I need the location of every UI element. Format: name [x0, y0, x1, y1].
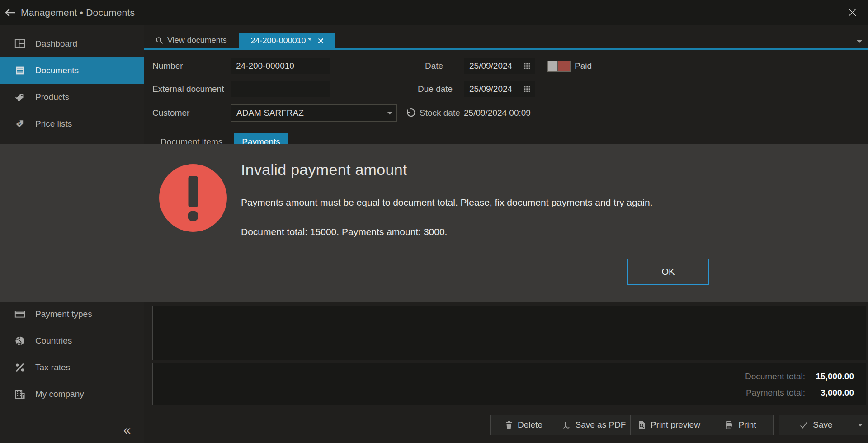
page-title: Management • Documents — [21, 7, 135, 18]
paid-label: Paid — [575, 58, 592, 74]
tab-view-documents[interactable]: View documents — [156, 32, 227, 48]
calendar-icon[interactable] — [519, 58, 535, 74]
due-date-input[interactable] — [464, 84, 519, 94]
tab-close-icon[interactable] — [318, 38, 324, 44]
calendar-icon[interactable] — [519, 81, 535, 97]
external-document-input[interactable] — [231, 84, 330, 94]
dashboard-icon — [14, 38, 26, 49]
sidebar-item-dashboard[interactable]: Dashboard — [0, 30, 144, 57]
tab-document-24-200-000010[interactable]: 24-200-000010 * — [239, 33, 335, 48]
sidebar-item-countries[interactable]: Countries — [0, 327, 144, 354]
save-as-pdf-button[interactable]: Save as PDF — [557, 415, 631, 435]
stock-date-label: Stock date — [420, 105, 460, 121]
payments-total-label: Payments total: — [746, 388, 805, 398]
search-icon — [156, 37, 163, 44]
sidebar-bottom-group: Payment types Countries Tax rates My com… — [0, 301, 144, 407]
back-arrow-icon — [5, 8, 16, 18]
number-field — [231, 58, 330, 74]
save-button[interactable]: Save — [779, 415, 853, 435]
refresh-stock-date-icon[interactable] — [404, 108, 415, 118]
payment-types-icon — [14, 309, 26, 320]
print-button[interactable]: Print — [708, 415, 774, 435]
date-input[interactable] — [464, 61, 519, 71]
price-lists-icon: $ — [14, 118, 26, 129]
payments-total-value: 3,000.00 — [812, 388, 854, 398]
ok-button[interactable]: OK — [627, 259, 709, 285]
warning-icon — [159, 164, 227, 232]
tab-strip-accent-line — [144, 48, 868, 50]
chevron-down-icon — [858, 424, 863, 427]
document-total-value: 15,000.00 — [812, 372, 854, 382]
my-company-icon — [14, 389, 26, 400]
back-button[interactable] — [0, 0, 21, 25]
document-total-label: Document total: — [745, 372, 805, 382]
sidebar-item-label: Payment types — [35, 309, 92, 319]
button-label: Save — [813, 420, 832, 430]
window-close-button[interactable] — [842, 0, 863, 25]
customer-combo[interactable]: ADAM SARFRAZ — [231, 104, 397, 122]
dialog-title: Invalid payment amount — [241, 161, 407, 179]
products-icon — [14, 92, 26, 103]
external-document-label: External document — [152, 81, 224, 97]
sidebar-collapse-button[interactable]: « — [115, 420, 139, 439]
print-preview-icon — [638, 421, 646, 429]
button-label: Print — [738, 420, 756, 430]
document-total-row: Document total: 15,000.00 — [153, 368, 854, 385]
date-field — [464, 58, 535, 74]
printer-icon — [725, 421, 733, 429]
checkmark-icon — [799, 421, 808, 429]
sidebar-item-label: Documents — [35, 66, 79, 75]
error-dialog-content: Invalid payment amount Payments amount m… — [159, 144, 709, 302]
title-bar: Management • Documents — [0, 0, 868, 25]
sidebar-item-label: Dashboard — [35, 39, 77, 49]
tax-rates-icon — [14, 362, 26, 373]
print-preview-button[interactable]: Print preview — [630, 415, 708, 435]
sidebar-item-label: My company — [35, 389, 84, 399]
collapse-chevrons-icon: « — [123, 422, 131, 438]
sidebar-item-label: Tax rates — [35, 363, 70, 372]
sidebar-item-label: Products — [35, 92, 69, 102]
button-label: Delete — [518, 420, 542, 430]
sidebar-item-documents[interactable]: Documents — [0, 57, 144, 84]
tab-list-dropdown-button[interactable] — [856, 40, 863, 43]
tab-label: 24-200-000010 * — [250, 36, 311, 46]
paid-toggle[interactable] — [547, 61, 571, 72]
number-label: Number — [152, 58, 183, 74]
svg-text:$: $ — [18, 120, 21, 125]
external-document-field — [231, 81, 330, 97]
totals-panel: Document total: 15,000.00 Payments total… — [152, 363, 866, 405]
sidebar-item-label: Countries — [35, 336, 72, 346]
sidebar-item-payment-types[interactable]: Payment types — [0, 301, 144, 327]
countries-icon — [14, 335, 26, 346]
chevron-down-icon — [383, 112, 396, 115]
sidebar-item-products[interactable]: Products — [0, 84, 144, 110]
button-label: Save as PDF — [576, 420, 626, 430]
dialog-details: Document total: 15000. Payments amount: … — [241, 226, 447, 237]
paid-toggle-knob — [548, 61, 558, 71]
documents-icon — [14, 65, 26, 76]
trash-icon — [505, 421, 513, 429]
save-options-dropdown-button[interactable] — [853, 415, 868, 435]
sidebar-item-label: Price lists — [35, 119, 72, 129]
payments-grid — [152, 306, 866, 360]
pdf-icon — [562, 421, 571, 429]
tab-label: View documents — [167, 36, 227, 45]
due-date-field — [464, 81, 535, 97]
sidebar-item-tax-rates[interactable]: Tax rates — [0, 354, 144, 381]
number-input[interactable] — [231, 61, 330, 71]
date-label: Date — [425, 58, 443, 74]
customer-value: ADAM SARFRAZ — [231, 108, 383, 118]
stock-date-value: 25/09/2024 00:09 — [464, 105, 531, 121]
button-label: Print preview — [651, 420, 700, 430]
error-dialog: Invalid payment amount Payments amount m… — [0, 144, 868, 302]
payments-total-row: Payments total: 3,000.00 — [153, 385, 854, 401]
sidebar-item-price-lists[interactable]: $ Price lists — [0, 110, 144, 137]
delete-button[interactable]: Delete — [490, 415, 557, 435]
dialog-message: Payments amount must be equal to documen… — [241, 197, 653, 208]
due-date-label: Due date — [418, 81, 453, 97]
sidebar-top-group: Dashboard Documents Products $ Price lis… — [0, 30, 144, 137]
close-icon — [848, 8, 857, 17]
customer-label: Customer — [152, 105, 189, 121]
sidebar-item-my-company[interactable]: My company — [0, 381, 144, 407]
document-tab-strip: View documents 24-200-000010 * — [144, 25, 868, 50]
